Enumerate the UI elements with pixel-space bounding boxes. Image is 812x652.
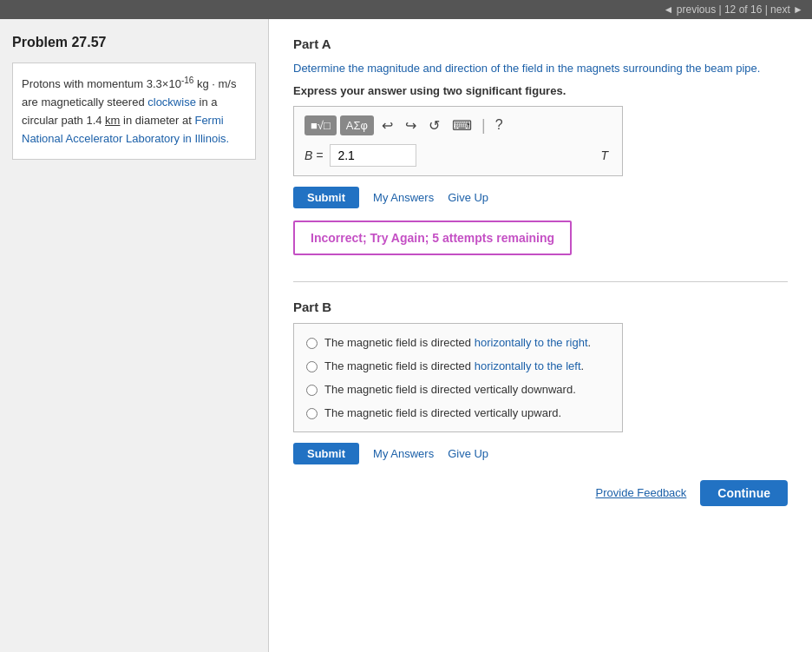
action-row-a: Submit My Answers Give Up — [293, 187, 788, 208]
redo-btn[interactable]: ↪ — [401, 115, 421, 135]
sidebar: Problem 27.57 Protons with momentum 3.3×… — [0, 19, 269, 652]
help-btn[interactable]: ? — [491, 115, 508, 135]
radio-label-2: The magnetic field is directed horizonta… — [324, 359, 584, 372]
radio-input-2[interactable] — [306, 361, 318, 372]
my-answers-link-a[interactable]: My Answers — [373, 191, 434, 204]
toolbar-separator: | — [481, 116, 486, 135]
radio-input-3[interactable] — [306, 385, 318, 396]
radio-label-4: The magnetic field is directed verticall… — [324, 406, 561, 419]
refresh-btn[interactable]: ↺ — [424, 115, 444, 135]
highlight-1: horizontally to the right — [475, 336, 588, 349]
radio-option-3[interactable]: The magnetic field is directed verticall… — [306, 383, 610, 396]
radio-input-1[interactable] — [306, 338, 318, 349]
input-row: B = T — [304, 144, 612, 167]
incorrect-banner: Incorrect; Try Again; 5 attempts remaini… — [293, 221, 572, 255]
part-b-title: Part B — [293, 300, 788, 314]
radio-input-4[interactable] — [306, 408, 318, 419]
submit-btn-a[interactable]: Submit — [293, 187, 359, 208]
highlight-2: horizontally to the left — [475, 359, 581, 372]
radio-label-3: The magnetic field is directed verticall… — [324, 383, 576, 396]
undo-btn[interactable]: ↩ — [377, 115, 397, 135]
symbol-btn[interactable]: AΣφ — [340, 115, 374, 135]
km-unit: km — [105, 114, 120, 127]
toolbar: ■√□ AΣφ ↩ ↪ ↺ ⌨ | ? — [304, 115, 612, 135]
answer-input-a[interactable] — [330, 144, 416, 167]
b-label: B = — [304, 148, 323, 162]
content-area: Part A Determine the magnitude and direc… — [269, 19, 812, 652]
problem-text: Protons with momentum 3.3×10-16 kg · m/s… — [22, 77, 236, 144]
part-a-title: Part A — [293, 36, 788, 51]
fermi-link: Fermi National Accelerator Laboratory in… — [22, 114, 229, 145]
continue-btn[interactable]: Continue — [700, 480, 788, 506]
nav-text: ◄ previous | 12 of 16 | next ► — [664, 3, 803, 16]
action-row-b: Submit My Answers Give Up — [293, 443, 788, 464]
radio-option-2[interactable]: The magnetic field is directed horizonta… — [306, 359, 610, 372]
top-bar: ◄ previous | 12 of 16 | next ► — [0, 0, 812, 19]
my-answers-link-b[interactable]: My Answers — [373, 447, 434, 460]
clockwise-link: clockwise — [147, 95, 196, 109]
math-template-btn[interactable]: ■√□ — [304, 115, 337, 135]
give-up-link-b[interactable]: Give Up — [448, 447, 488, 460]
keyboard-btn[interactable]: ⌨ — [448, 115, 476, 135]
radio-option-1[interactable]: The magnetic field is directed horizonta… — [306, 336, 610, 349]
radio-option-4[interactable]: The magnetic field is directed verticall… — [306, 406, 610, 419]
part-a-description: Determine the magnitude and direction of… — [293, 60, 788, 77]
answer-box-a: ■√□ AΣφ ↩ ↪ ↺ ⌨ | ? B = T — [293, 106, 623, 176]
express-label: Express your answer using two significan… — [293, 84, 788, 97]
provide-feedback-link[interactable]: Provide Feedback — [596, 486, 687, 499]
problem-title: Problem 27.57 — [12, 35, 256, 50]
radio-box-b: The magnetic field is directed horizonta… — [293, 323, 623, 432]
problem-box: Protons with momentum 3.3×10-16 kg · m/s… — [12, 63, 256, 160]
part-divider — [293, 281, 788, 282]
footer-row: Provide Feedback Continue — [293, 477, 788, 506]
main-layout: Problem 27.57 Protons with momentum 3.3×… — [0, 19, 812, 652]
radio-label-1: The magnetic field is directed horizonta… — [324, 336, 591, 349]
give-up-link-a[interactable]: Give Up — [448, 191, 488, 204]
t-label: T — [600, 148, 612, 162]
submit-btn-b[interactable]: Submit — [293, 443, 359, 464]
